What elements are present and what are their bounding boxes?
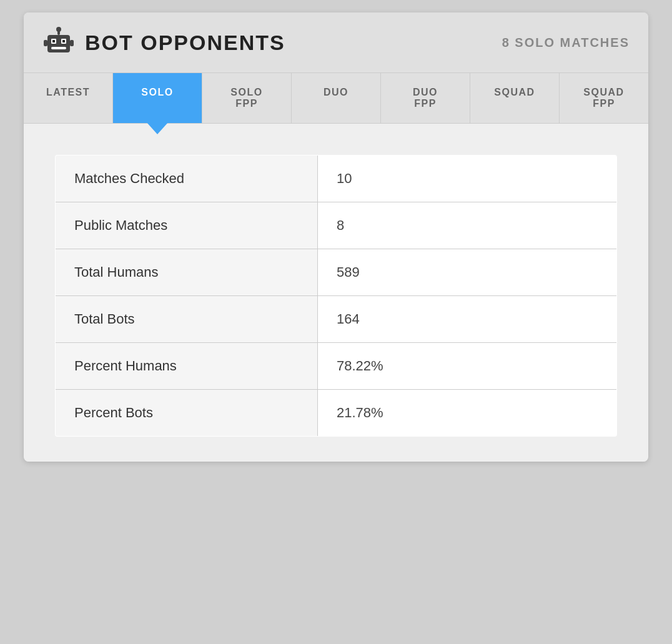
tab-duo[interactable]: DUO — [292, 73, 381, 123]
svg-rect-8 — [44, 40, 47, 46]
stat-value: 8 — [318, 202, 617, 249]
stat-value: 78.22% — [318, 343, 617, 390]
tab-duo-fpp[interactable]: DUO FPP — [381, 73, 470, 123]
stat-label: Total Bots — [56, 296, 318, 343]
bot-icon — [42, 26, 75, 59]
stat-value: 10 — [318, 156, 617, 202]
stat-label: Public Matches — [56, 202, 318, 249]
stat-value: 589 — [318, 249, 617, 296]
svg-point-7 — [56, 27, 61, 32]
svg-rect-4 — [62, 40, 65, 42]
main-card: BOT OPPONENTS 8 SOLO MATCHES LATEST SOLO… — [24, 12, 648, 462]
table-row: Public Matches8 — [56, 202, 617, 249]
tab-squad-fpp[interactable]: SQUAD FPP — [560, 73, 648, 123]
svg-rect-5 — [51, 47, 66, 49]
stat-label: Total Humans — [56, 249, 318, 296]
page-title: BOT OPPONENTS — [85, 31, 285, 55]
svg-rect-3 — [52, 40, 55, 42]
svg-rect-9 — [70, 40, 74, 46]
tab-latest[interactable]: LATEST — [24, 73, 113, 123]
stat-label: Percent Bots — [56, 390, 318, 437]
stats-table: Matches Checked10Public Matches8Total Hu… — [55, 155, 617, 437]
match-subtitle: 8 SOLO MATCHES — [502, 36, 630, 50]
table-row: Matches Checked10 — [56, 156, 617, 202]
stat-label: Percent Humans — [56, 343, 318, 390]
tab-squad[interactable]: SQUAD — [470, 73, 560, 123]
table-row: Total Humans589 — [56, 249, 617, 296]
tabs-container: LATEST SOLO SOLO FPP DUO DUO FPP SQUAD S… — [24, 73, 648, 124]
stat-value: 164 — [318, 296, 617, 343]
content-area: Matches Checked10Public Matches8Total Hu… — [24, 124, 648, 462]
stat-value: 21.78% — [318, 390, 617, 437]
table-row: Total Bots164 — [56, 296, 617, 343]
header: BOT OPPONENTS 8 SOLO MATCHES — [24, 12, 648, 73]
header-left: BOT OPPONENTS — [42, 26, 285, 59]
table-row: Percent Bots21.78% — [56, 390, 617, 437]
table-row: Percent Humans78.22% — [56, 343, 617, 390]
svg-rect-0 — [47, 35, 70, 52]
tab-solo[interactable]: SOLO — [113, 73, 202, 123]
tab-solo-fpp[interactable]: SOLO FPP — [202, 73, 292, 123]
stat-label: Matches Checked — [56, 156, 318, 202]
